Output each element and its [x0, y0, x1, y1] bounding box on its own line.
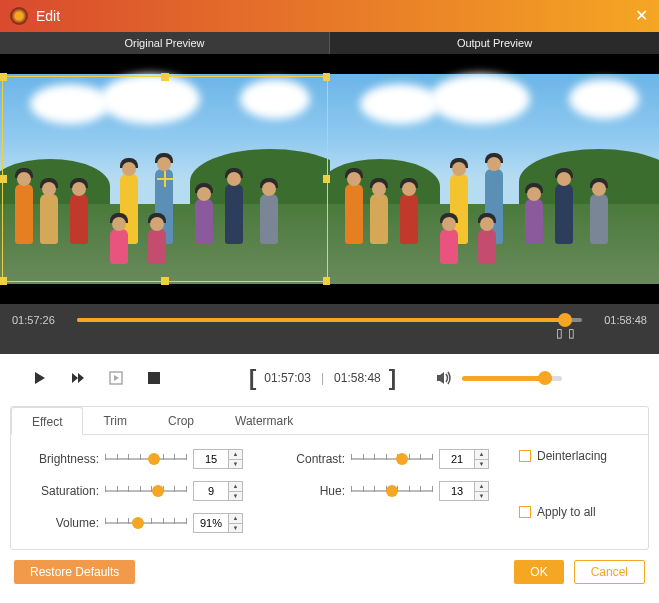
timeline-end-time: 01:58:48	[592, 310, 647, 326]
trim-start-bracket-icon[interactable]: [	[249, 365, 256, 391]
saturation-label: Saturation:	[29, 484, 99, 498]
trim-start-time: 01:57:03	[264, 371, 311, 385]
checkbox-icon	[519, 506, 531, 518]
up-arrow-icon[interactable]: ▲	[475, 450, 488, 460]
timeline: 01:57:26 ▯ ▯ 01:58:48	[0, 304, 659, 354]
fast-forward-icon[interactable]	[68, 368, 88, 388]
apply-to-all-checkbox[interactable]: Apply to all	[519, 505, 630, 519]
up-arrow-icon[interactable]: ▲	[229, 450, 242, 460]
timeline-track[interactable]	[77, 318, 582, 322]
up-arrow-icon[interactable]: ▲	[475, 482, 488, 492]
tab-watermark[interactable]: Watermark	[215, 407, 314, 434]
preview-header: Original Preview Output Preview	[0, 32, 659, 54]
preview-area	[0, 54, 659, 304]
tabs: Effect Trim Crop Watermark	[11, 407, 648, 435]
brightness-label: Brightness:	[29, 452, 99, 466]
edit-window: Edit ✕ Original Preview Output Preview	[0, 0, 659, 603]
footer: Restore Defaults OK Cancel	[0, 550, 659, 596]
hue-slider[interactable]	[351, 482, 433, 500]
contrast-stepper[interactable]: ▲▼	[439, 449, 489, 469]
original-preview[interactable]	[0, 54, 330, 304]
volume-icon[interactable]	[434, 368, 454, 388]
deinterlacing-label: Deinterlacing	[537, 449, 607, 463]
ok-button[interactable]: OK	[514, 560, 563, 584]
tab-crop[interactable]: Crop	[148, 407, 215, 434]
apply-to-all-label: Apply to all	[537, 505, 596, 519]
up-arrow-icon[interactable]: ▲	[229, 482, 242, 492]
app-icon	[10, 7, 28, 25]
down-arrow-icon[interactable]: ▼	[475, 460, 488, 469]
marker-right-icon[interactable]: ▯	[568, 326, 578, 340]
down-arrow-icon[interactable]: ▼	[229, 524, 242, 533]
playback-controls: [ 01:57:03 | 01:58:48 ]	[0, 354, 659, 402]
volume-input[interactable]	[194, 514, 228, 532]
volume-knob[interactable]	[538, 371, 552, 385]
effect-tab-content: Brightness: ▲▼ Saturation: ▲▼ Volume: ▲▼	[11, 435, 648, 549]
cancel-button[interactable]: Cancel	[574, 560, 645, 584]
down-arrow-icon[interactable]: ▼	[475, 492, 488, 501]
output-preview	[330, 54, 660, 304]
deinterlacing-checkbox[interactable]: Deinterlacing	[519, 449, 630, 463]
contrast-label: Contrast:	[289, 452, 345, 466]
svg-rect-1	[148, 372, 160, 384]
timeline-start-time: 01:57:26	[12, 310, 67, 326]
output-preview-label: Output Preview	[330, 32, 659, 54]
titlebar: Edit ✕	[0, 0, 659, 32]
brightness-stepper[interactable]: ▲▼	[193, 449, 243, 469]
original-preview-label: Original Preview	[0, 32, 330, 54]
volume-label: Volume:	[29, 516, 99, 530]
saturation-input[interactable]	[194, 482, 228, 500]
saturation-slider[interactable]	[105, 482, 187, 500]
hue-stepper[interactable]: ▲▼	[439, 481, 489, 501]
tab-effect[interactable]: Effect	[11, 407, 83, 435]
hue-label: Hue:	[289, 484, 345, 498]
contrast-input[interactable]	[440, 450, 474, 468]
close-icon[interactable]: ✕	[633, 8, 649, 24]
stop-icon[interactable]	[144, 368, 164, 388]
checkbox-icon	[519, 450, 531, 462]
trim-end-time: 01:58:48	[334, 371, 381, 385]
tab-trim[interactable]: Trim	[83, 407, 148, 434]
trim-end-bracket-icon[interactable]: ]	[389, 365, 396, 391]
up-arrow-icon[interactable]: ▲	[229, 514, 242, 524]
step-icon[interactable]	[106, 368, 126, 388]
down-arrow-icon[interactable]: ▼	[229, 460, 242, 469]
down-arrow-icon[interactable]: ▼	[229, 492, 242, 501]
brightness-input[interactable]	[194, 450, 228, 468]
saturation-stepper[interactable]: ▲▼	[193, 481, 243, 501]
effects-panel: Effect Trim Crop Watermark Brightness: ▲…	[10, 406, 649, 550]
volume-stepper[interactable]: ▲▼	[193, 513, 243, 533]
restore-defaults-button[interactable]: Restore Defaults	[14, 560, 135, 584]
volume-effect-slider[interactable]	[105, 514, 187, 532]
volume-control	[434, 368, 562, 388]
hue-input[interactable]	[440, 482, 474, 500]
brightness-slider[interactable]	[105, 450, 187, 468]
marker-left-icon[interactable]: ▯	[556, 326, 566, 340]
window-title: Edit	[36, 8, 633, 24]
timeline-knob[interactable]	[558, 313, 572, 327]
trim-range: [ 01:57:03 | 01:58:48 ]	[249, 365, 396, 391]
contrast-slider[interactable]	[351, 450, 433, 468]
volume-slider[interactable]	[462, 376, 562, 381]
play-icon[interactable]	[30, 368, 50, 388]
